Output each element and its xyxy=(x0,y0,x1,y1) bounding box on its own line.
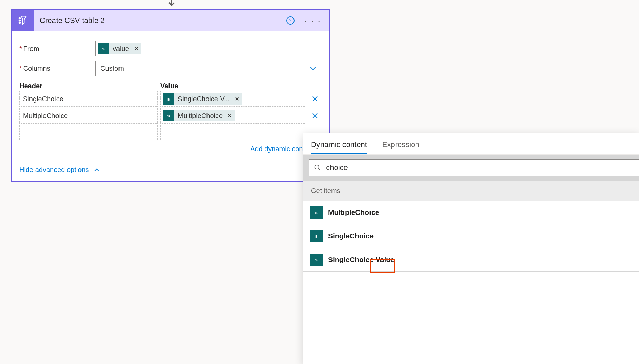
svg-point-1 xyxy=(19,20,20,21)
dc-item-multiplechoice[interactable]: s MultipleChoice xyxy=(303,201,639,224)
dc-tabs: Dynamic content Expression xyxy=(303,133,639,155)
search-icon xyxy=(314,164,321,171)
action-card-header[interactable]: Create CSV table 2 ? · · · xyxy=(12,10,329,31)
remove-token-icon[interactable]: ✕ xyxy=(227,112,232,119)
columns-value: Custom xyxy=(100,65,124,73)
from-token[interactable]: s value ✕ xyxy=(98,43,141,54)
columns-select[interactable]: Custom xyxy=(95,61,322,76)
from-input[interactable]: s value ✕ xyxy=(95,41,322,56)
chevron-up-icon xyxy=(93,167,100,173)
table-row-empty xyxy=(19,125,322,140)
sharepoint-icon: s xyxy=(163,93,174,105)
value-cell[interactable] xyxy=(160,125,305,140)
header-cell[interactable] xyxy=(19,125,158,140)
sharepoint-icon: s xyxy=(163,110,174,121)
svg-point-5 xyxy=(315,165,319,169)
columns-field-row: *Columns Custom xyxy=(19,61,322,76)
dc-search-input[interactable] xyxy=(326,163,634,172)
chevron-down-icon xyxy=(309,65,317,72)
sharepoint-icon: s xyxy=(310,254,323,266)
value-cell[interactable]: s MultipleChoice ✕ xyxy=(160,108,305,124)
sharepoint-icon: s xyxy=(310,230,323,242)
dc-search-box[interactable] xyxy=(309,159,639,176)
from-field-row: *From s value ✕ xyxy=(19,41,322,56)
sharepoint-icon: s xyxy=(98,43,109,54)
action-card: Create CSV table 2 ? · · · *From s value… xyxy=(11,9,330,182)
remove-token-icon[interactable]: ✕ xyxy=(134,45,139,52)
svg-text:?: ? xyxy=(289,18,292,23)
header-cell[interactable]: SingleChoice xyxy=(19,91,158,107)
table-header-header: Header xyxy=(19,82,158,90)
help-icon[interactable]: ? xyxy=(286,16,295,25)
tab-dynamic-content[interactable]: Dynamic content xyxy=(311,140,367,154)
flow-connector xyxy=(170,173,170,177)
hide-advanced-options-link[interactable]: Hide advanced options xyxy=(19,166,322,174)
add-dynamic-content-link[interactable]: Add dynamic cont xyxy=(19,145,307,153)
more-icon[interactable]: · · · xyxy=(304,16,321,25)
remove-token-icon[interactable]: ✕ xyxy=(235,95,239,103)
svg-point-0 xyxy=(19,18,20,19)
table-header-value: Value xyxy=(160,82,305,90)
value-cell[interactable]: s SingleChoice V... ✕ xyxy=(160,91,305,107)
flow-arrow-icon xyxy=(166,0,177,8)
from-label: *From xyxy=(19,45,95,53)
delete-row-button[interactable] xyxy=(308,112,322,119)
value-token[interactable]: s MultipleChoice ✕ xyxy=(163,110,235,121)
dc-item-singlechoice[interactable]: s SingleChoice xyxy=(303,224,639,248)
svg-point-2 xyxy=(19,22,20,23)
action-title: Create CSV table 2 xyxy=(34,16,286,25)
tab-expression[interactable]: Expression xyxy=(382,140,419,154)
value-token[interactable]: s SingleChoice V... ✕ xyxy=(163,93,242,105)
columns-table: Header Value SingleChoice s SingleChoice… xyxy=(19,82,322,140)
columns-label: *Columns xyxy=(19,65,95,73)
table-row: MultipleChoice s MultipleChoice ✕ xyxy=(19,108,322,124)
dc-item-singlechoice-value[interactable]: s SingleChoice Value xyxy=(303,248,639,272)
from-token-label: value xyxy=(113,45,129,53)
dc-section-header: Get items xyxy=(303,181,639,201)
sharepoint-icon: s xyxy=(310,206,323,219)
delete-row-button[interactable] xyxy=(308,95,322,103)
dc-search-wrap xyxy=(303,155,639,181)
dynamic-content-panel: Dynamic content Expression Get items s M… xyxy=(303,133,639,364)
table-row: SingleChoice s SingleChoice V... ✕ xyxy=(19,91,322,107)
header-cell[interactable]: MultipleChoice xyxy=(19,108,158,124)
action-icon xyxy=(12,10,34,31)
